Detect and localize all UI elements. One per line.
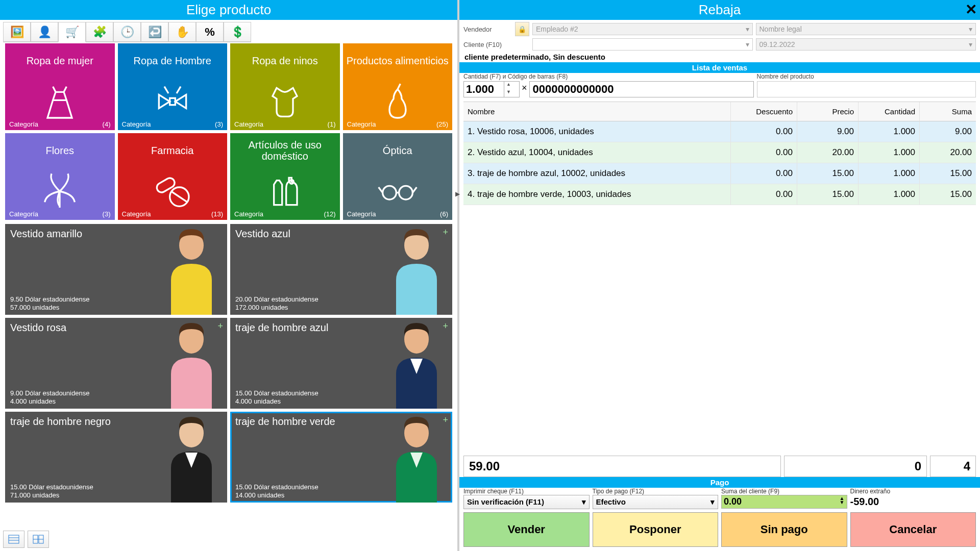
plus-icon[interactable]: + bbox=[443, 321, 448, 332]
product-tile[interactable]: Vestido amarillo 9.50 Dólar estadouniden… bbox=[5, 224, 227, 315]
category-tile[interactable]: Artículos de uso doméstico Categoría(12) bbox=[230, 133, 340, 220]
quantity-stepper[interactable]: ▲▼ bbox=[463, 81, 520, 97]
category-count: (4) bbox=[103, 120, 111, 128]
tool-undo-icon[interactable]: ↩️ bbox=[141, 22, 168, 42]
client-sum-input[interactable]: 0.00▲▼ bbox=[721, 495, 847, 509]
svg-point-4 bbox=[382, 186, 396, 199]
table-row[interactable]: 3. traje de hombre azul, 10002, unidades… bbox=[463, 163, 976, 184]
category-tile[interactable]: Farmacia Categoría(13) bbox=[118, 133, 228, 220]
product-title: traje de hombre azul bbox=[235, 322, 328, 334]
print-cheque-label: Imprimir cheque (F11) bbox=[463, 488, 590, 495]
col-name[interactable]: Nombre bbox=[463, 102, 731, 121]
table-row[interactable]: 2. Vestido azul, 10004, unidades 0.00 20… bbox=[463, 142, 976, 163]
table-row[interactable]: 1. Vestido rosa, 10006, unidades 0.00 9.… bbox=[463, 121, 976, 142]
cell-discount: 0.00 bbox=[731, 163, 797, 184]
svg-rect-0 bbox=[169, 98, 175, 105]
cell-discount: 0.00 bbox=[731, 142, 797, 163]
table-row[interactable]: ▶4. traje de hombre verde, 10003, unidad… bbox=[463, 184, 976, 205]
category-title: Farmacia bbox=[151, 138, 193, 163]
vendor-select[interactable]: Empleado #2▾ bbox=[532, 23, 753, 35]
client-select[interactable]: ▾ bbox=[532, 38, 753, 51]
qty-up-icon[interactable]: ▲ bbox=[504, 82, 513, 89]
barcode-input[interactable] bbox=[529, 81, 754, 97]
product-meta: 9.00 Dólar estadounidense4.000 unidades bbox=[10, 389, 89, 406]
col-discount[interactable]: Descuento bbox=[731, 102, 797, 121]
product-title: Vestido rosa bbox=[10, 322, 66, 334]
svg-point-5 bbox=[399, 186, 412, 199]
tool-percent-icon[interactable]: % bbox=[196, 22, 224, 42]
category-tile[interactable]: Flores Categoría(3) bbox=[5, 133, 115, 220]
cell-price: 15.00 bbox=[797, 184, 859, 205]
payment-type-select[interactable]: Efectivo▾ bbox=[593, 495, 719, 509]
category-count: (3) bbox=[103, 210, 111, 218]
view-grid-single-icon[interactable] bbox=[3, 531, 24, 548]
category-footer: Categoría bbox=[9, 210, 38, 218]
tool-user-icon[interactable]: 👤 bbox=[31, 22, 58, 42]
product-tile[interactable]: traje de hombre negro 15.00 Dólar estado… bbox=[5, 412, 227, 503]
category-count: (1) bbox=[328, 120, 336, 128]
client-label: Cliente (F10) bbox=[463, 41, 512, 48]
category-tile[interactable]: Óptica Categoría(6) bbox=[343, 133, 453, 220]
change-value: -59.00 bbox=[850, 495, 976, 508]
cell-qty: 1.000 bbox=[859, 142, 920, 163]
nopay-button[interactable]: Sin pago bbox=[721, 512, 847, 547]
cell-qty: 1.000 bbox=[859, 121, 920, 142]
product-tile[interactable]: traje de hombre verde + 15.00 Dólar esta… bbox=[230, 412, 452, 503]
cell-price: 9.00 bbox=[797, 121, 859, 142]
tool-money-icon[interactable]: 💲 bbox=[224, 22, 251, 42]
category-footer: Categoría bbox=[347, 120, 376, 128]
plus-icon[interactable]: + bbox=[443, 227, 448, 238]
tool-cart-icon[interactable]: 🛒 bbox=[58, 22, 86, 42]
category-tile[interactable]: Ropa de mujer Categoría(4) bbox=[5, 43, 115, 130]
multiply-icon: × bbox=[520, 83, 529, 96]
category-count: (3) bbox=[215, 120, 223, 128]
lock-icon[interactable]: 🔒 bbox=[515, 22, 529, 36]
view-grid-multi-icon[interactable] bbox=[28, 531, 49, 548]
product-tile[interactable]: Vestido azul + 20.00 Dólar estadounidens… bbox=[230, 224, 452, 315]
product-title: Vestido amarillo bbox=[10, 228, 82, 240]
plus-icon[interactable]: + bbox=[217, 321, 223, 332]
category-footer: Categoría bbox=[234, 120, 263, 128]
sales-table: Nombre Descuento Precio Cantidad Suma 1.… bbox=[463, 102, 976, 205]
cancel-button[interactable]: Cancelar bbox=[850, 512, 976, 547]
legal-name-select[interactable]: Nombre legal▾ bbox=[756, 23, 976, 35]
category-count: (25) bbox=[436, 120, 448, 128]
cell-qty: 1.000 bbox=[859, 184, 920, 205]
svg-rect-12 bbox=[9, 535, 19, 543]
col-qty[interactable]: Cantidad bbox=[859, 102, 920, 121]
category-title: Ropa de Hombre bbox=[134, 48, 211, 73]
quantity-input[interactable] bbox=[464, 82, 504, 97]
product-tile[interactable]: traje de hombre azul + 15.00 Dólar estad… bbox=[230, 318, 452, 409]
tool-hand-icon[interactable]: ✋ bbox=[168, 22, 196, 42]
tool-clock-icon[interactable]: 🕒 bbox=[113, 22, 141, 42]
col-sum[interactable]: Suma bbox=[920, 102, 976, 121]
cell-sum: 15.00 bbox=[920, 184, 976, 205]
tool-puzzle-icon[interactable]: 🧩 bbox=[86, 22, 113, 42]
total-sum: 59.00 bbox=[463, 456, 781, 477]
date-select[interactable]: 09.12.2022▾ bbox=[756, 38, 976, 51]
col-price[interactable]: Precio bbox=[797, 102, 859, 121]
cell-sum: 20.00 bbox=[920, 142, 976, 163]
tool-image-icon[interactable]: 🖼️ bbox=[3, 22, 31, 42]
product-tile[interactable]: Vestido rosa + 9.00 Dólar estadounidense… bbox=[5, 318, 227, 409]
cell-price: 20.00 bbox=[797, 142, 859, 163]
sales-list-header: Lista de ventas bbox=[459, 62, 980, 73]
category-tile[interactable]: Productos alimenticios Categoría(25) bbox=[343, 43, 453, 130]
print-cheque-select[interactable]: Sin verificación (F11)▾ bbox=[463, 495, 590, 509]
category-count: (6) bbox=[440, 210, 448, 218]
plus-icon[interactable]: + bbox=[443, 415, 448, 425]
category-title: Productos alimenticios bbox=[347, 48, 449, 73]
category-tile[interactable]: Ropa de Hombre Categoría(3) bbox=[118, 43, 228, 130]
product-image bbox=[145, 224, 227, 315]
qty-down-icon[interactable]: ▼ bbox=[504, 89, 513, 97]
category-title: Ropa de ninos bbox=[252, 48, 318, 73]
product-name-input[interactable] bbox=[757, 81, 976, 97]
change-label: Dinero extraño bbox=[850, 488, 976, 495]
close-icon[interactable]: ✕ bbox=[965, 1, 977, 18]
vendor-label: Vendedor bbox=[463, 26, 512, 33]
postpone-button[interactable]: Posponer bbox=[593, 512, 719, 547]
sell-button[interactable]: Vender bbox=[463, 512, 590, 547]
product-name-label: Nombre del producto bbox=[757, 73, 976, 80]
category-tile[interactable]: Ropa de ninos Categoría(1) bbox=[230, 43, 340, 130]
payment-header: Pago bbox=[459, 477, 980, 488]
